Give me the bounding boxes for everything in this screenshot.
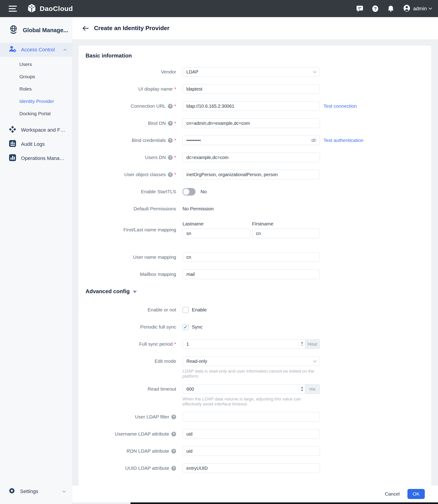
help-icon[interactable]: ? <box>171 449 176 454</box>
spinner-down-icon[interactable] <box>301 345 303 346</box>
form-row-default-permissions: Default Permissions No Permission <box>86 204 424 214</box>
section-basic-information: Basic information <box>86 53 424 59</box>
spinner-up-icon[interactable] <box>301 342 303 343</box>
messages-icon[interactable] <box>356 5 363 12</box>
sidebar-item-label: Settings <box>20 489 38 494</box>
field-label: Full sync period <box>139 341 173 347</box>
help-icon[interactable]: ? <box>168 121 173 126</box>
unit-label: ms <box>305 384 320 394</box>
firstname-mapping-input[interactable] <box>252 229 320 238</box>
form-row-periodic-full-sync: Periodic full sync Sync <box>86 322 424 332</box>
sync-checkbox[interactable] <box>183 324 189 330</box>
field-label: Bind credentials <box>132 138 166 143</box>
edit-mode-select[interactable]: Read-only <box>183 356 320 366</box>
form-row-bind-dn: Bind DN ? * <box>86 118 424 128</box>
form-row-full-sync-period: Full sync period * Hour <box>86 339 424 349</box>
help-icon[interactable]: ? <box>168 155 173 160</box>
starttls-toggle[interactable] <box>183 188 196 196</box>
field-label: Default Permissions <box>133 206 176 211</box>
username-ldap-attribute-input[interactable] <box>183 429 320 439</box>
help-icon[interactable]: ? <box>372 5 379 12</box>
full-sync-period-input[interactable] <box>183 340 298 349</box>
user-ldap-filter-input[interactable] <box>183 412 320 422</box>
field-helper: When the LDAP data volume is large, adju… <box>183 396 320 406</box>
form-row-user-name-mapping: User name mapping <box>86 252 424 262</box>
back-button[interactable] <box>82 25 89 32</box>
sidebar-item-roles[interactable]: Roles <box>0 83 72 95</box>
sidebar-item-operations-management[interactable]: Operations Manage... <box>0 151 72 165</box>
sidebar-item-users[interactable]: Users <box>0 58 72 70</box>
spinner-down-icon[interactable] <box>301 390 303 391</box>
form-row-enable-or-not: Enable or not Enable <box>86 305 424 315</box>
ok-button[interactable]: OK <box>407 489 425 499</box>
form-row-vendor: Vendor LDAP <box>86 67 424 77</box>
user-object-classes-input[interactable] <box>183 170 320 179</box>
form-row-name-mapping: First/Last name mapping Lastname Firstna… <box>86 221 424 238</box>
help-icon[interactable]: ? <box>168 172 173 177</box>
field-label: Vendor <box>161 69 176 75</box>
required-marker: * <box>174 86 176 92</box>
sidebar-item-workspace-and-folder[interactable]: Workspace and Folder <box>0 123 72 137</box>
section-advanced-config[interactable]: Advanced config <box>86 288 424 295</box>
eye-off-icon[interactable] <box>311 138 317 142</box>
gear-icon <box>8 487 15 496</box>
access-control-icon <box>9 45 16 54</box>
cancel-button[interactable]: Cancel <box>385 491 400 497</box>
help-icon[interactable]: ? <box>171 432 176 437</box>
rdn-ldap-attribute-input[interactable] <box>183 446 320 456</box>
default-permissions-value: No Permission <box>183 206 214 211</box>
enable-checkbox[interactable] <box>183 307 189 313</box>
ui-display-name-input[interactable] <box>183 84 320 94</box>
sidebar-item-audit-logs[interactable]: Audit Logs <box>0 137 72 151</box>
required-marker: * <box>174 341 176 347</box>
mailbox-mapping-input[interactable] <box>183 269 320 279</box>
lastname-mapping-input[interactable] <box>183 229 250 238</box>
sidebar-item-groups[interactable]: Groups <box>0 70 72 83</box>
notifications-icon[interactable] <box>387 5 394 12</box>
vendor-select[interactable]: LDAP <box>183 67 320 77</box>
menu-icon[interactable] <box>9 6 17 12</box>
sidebar-item-identity-provider[interactable]: Identity Provider <box>0 95 72 108</box>
bind-dn-input[interactable] <box>183 118 320 128</box>
form-row-edit-mode: Edit mode Read-only LDAP data is read-on… <box>86 356 424 379</box>
number-spinner[interactable] <box>299 384 305 394</box>
brand-name: DaoCloud <box>40 5 73 12</box>
read-timeout-input[interactable] <box>183 384 298 394</box>
test-connection-link[interactable]: Test connection <box>323 103 357 109</box>
help-icon[interactable]: ? <box>171 466 176 471</box>
help-icon[interactable]: ? <box>168 104 173 109</box>
user-menu[interactable]: admin <box>403 4 432 13</box>
form-row-read-timeout: Read timeout ms When the LDAP data volum… <box>86 384 424 406</box>
brand-logo[interactable]: DaoCloud <box>27 3 73 14</box>
form-card: Basic information Vendor LDAP UI display… <box>79 46 431 487</box>
product-title: Global Manage... <box>23 27 68 33</box>
daocloud-logo-icon <box>27 3 36 14</box>
sidebar-item-access-control[interactable]: Access Control <box>0 43 72 57</box>
form-row-rdn-ldap-attribute: RDN LDAP attribute ? <box>86 446 424 456</box>
help-icon[interactable]: ? <box>171 415 176 419</box>
chevron-down-icon <box>63 489 66 493</box>
uuid-ldap-attribute-input[interactable] <box>183 463 320 473</box>
sidebar-item-label: Access Control <box>21 47 55 53</box>
users-dn-input[interactable] <box>183 153 320 162</box>
spinner-up-icon[interactable] <box>301 387 303 388</box>
test-authentication-link[interactable]: Test authentication <box>323 138 363 143</box>
help-icon[interactable]: ? <box>168 138 173 143</box>
bottom-strip <box>131 502 438 504</box>
page-title: Create an Identity Provider <box>94 25 169 32</box>
number-spinner[interactable] <box>299 340 305 349</box>
field-label: First/Last name mapping <box>123 227 176 232</box>
field-label: User LDAP filter <box>135 414 169 420</box>
sidebar-product[interactable]: Global Manage... <box>0 17 72 43</box>
connection-url-input[interactable] <box>183 101 320 111</box>
form-row-uuid-ldap-attribute: UUID LDAP attribute ? <box>86 463 424 473</box>
field-label: Users DN <box>145 155 166 160</box>
toggle-state-label: No <box>200 189 207 194</box>
sidebar-item-docking-portal[interactable]: Docking Portal <box>0 108 72 120</box>
sidebar-item-settings[interactable]: Settings <box>0 485 72 498</box>
bind-credentials-input[interactable] <box>183 135 320 145</box>
required-marker: * <box>174 138 176 143</box>
user-name-mapping-input[interactable] <box>183 252 320 262</box>
required-marker: * <box>174 103 176 109</box>
sidebar-item-label: Operations Manage... <box>21 155 66 161</box>
